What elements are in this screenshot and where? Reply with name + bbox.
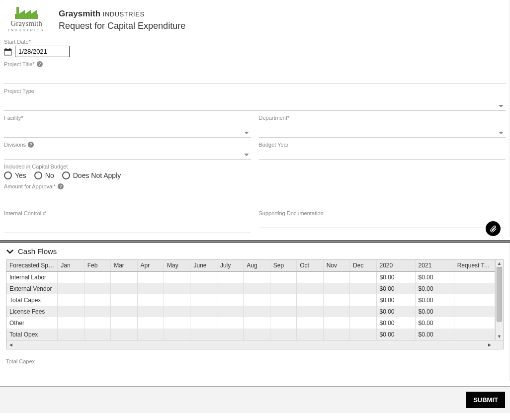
year2-cell[interactable]: $0.00	[415, 317, 454, 329]
year1-cell[interactable]: $0.00	[376, 317, 415, 329]
month-cell[interactable]	[244, 283, 270, 294]
month-cell[interactable]	[137, 329, 164, 340]
year1-cell[interactable]: $0.00	[376, 283, 415, 294]
month-cell[interactable]	[111, 317, 137, 329]
month-cell[interactable]	[297, 294, 323, 306]
divisions-select[interactable]	[4, 148, 251, 160]
month-cell[interactable]	[350, 317, 376, 329]
month-cell[interactable]	[270, 329, 296, 340]
month-cell[interactable]	[190, 294, 217, 306]
request-total-cell[interactable]	[454, 283, 495, 294]
month-cell[interactable]	[58, 317, 84, 329]
month-cell[interactable]	[164, 283, 190, 294]
month-cell[interactable]	[350, 329, 376, 340]
month-cell[interactable]	[137, 294, 164, 306]
radio-na[interactable]: Does Not Apply	[62, 171, 121, 179]
request-total-cell[interactable]	[454, 317, 495, 329]
month-cell[interactable]	[244, 294, 270, 306]
month-cell[interactable]	[58, 283, 84, 294]
col-month[interactable]: Jan	[58, 260, 84, 271]
month-cell[interactable]	[190, 317, 217, 329]
col-year1[interactable]: 2020	[376, 260, 415, 271]
col-month[interactable]: Oct	[297, 260, 323, 271]
month-cell[interactable]	[323, 317, 349, 329]
total-capex-input[interactable]	[6, 364, 504, 381]
row-label[interactable]: Total Opex	[6, 329, 58, 340]
month-cell[interactable]	[323, 271, 349, 283]
month-cell[interactable]	[137, 306, 164, 317]
month-cell[interactable]	[84, 294, 110, 306]
help-icon[interactable]: ?	[37, 61, 43, 67]
row-label[interactable]: Internal Labor	[6, 271, 58, 283]
amount-approval-input[interactable]	[4, 189, 506, 206]
cash-flows-header[interactable]: Cash Flows	[4, 243, 506, 259]
month-cell[interactable]	[137, 283, 164, 294]
month-cell[interactable]	[323, 329, 349, 340]
start-date-input[interactable]	[15, 46, 70, 57]
radio-no[interactable]: No	[34, 171, 54, 179]
month-cell[interactable]	[217, 306, 243, 317]
col-month[interactable]: Apr	[137, 260, 164, 271]
scroll-thumb[interactable]	[497, 267, 502, 322]
row-label[interactable]: Total Capex	[6, 294, 58, 306]
month-cell[interactable]	[111, 294, 137, 306]
year1-cell[interactable]: $0.00	[376, 271, 415, 283]
month-cell[interactable]	[84, 271, 110, 283]
month-cell[interactable]	[164, 317, 190, 329]
month-cell[interactable]	[84, 306, 110, 317]
calendar-icon[interactable]	[4, 48, 12, 56]
col-month[interactable]: Mar	[111, 260, 137, 271]
month-cell[interactable]	[164, 306, 190, 317]
project-title-input[interactable]	[4, 67, 506, 84]
horizontal-scrollbar[interactable]: ◄ ►	[6, 340, 503, 349]
request-total-cell[interactable]	[454, 271, 495, 283]
supporting-doc-input[interactable]	[259, 216, 506, 228]
month-cell[interactable]	[217, 329, 243, 340]
month-cell[interactable]	[297, 283, 323, 294]
department-select[interactable]	[259, 121, 506, 138]
month-cell[interactable]	[244, 306, 270, 317]
month-cell[interactable]	[84, 283, 110, 294]
month-cell[interactable]	[270, 271, 296, 283]
year1-cell[interactable]: $0.00	[376, 306, 415, 317]
attach-button[interactable]	[486, 221, 501, 236]
month-cell[interactable]	[217, 317, 243, 329]
submit-button[interactable]: SUBMIT	[466, 392, 505, 408]
month-cell[interactable]	[244, 317, 270, 329]
month-cell[interactable]	[164, 271, 190, 283]
help-icon[interactable]: ?	[58, 183, 64, 189]
year2-cell[interactable]: $0.00	[415, 271, 454, 283]
month-cell[interactable]	[350, 294, 376, 306]
month-cell[interactable]	[297, 271, 323, 283]
month-cell[interactable]	[297, 317, 323, 329]
month-cell[interactable]	[111, 271, 137, 283]
month-cell[interactable]	[244, 271, 270, 283]
month-cell[interactable]	[58, 329, 84, 340]
month-cell[interactable]	[164, 329, 190, 340]
month-cell[interactable]	[58, 306, 84, 317]
month-cell[interactable]	[350, 271, 376, 283]
month-cell[interactable]	[217, 271, 243, 283]
month-cell[interactable]	[190, 306, 217, 317]
request-total-cell[interactable]	[454, 306, 495, 317]
month-cell[interactable]	[111, 329, 137, 340]
col-month[interactable]: May	[164, 260, 190, 271]
col-month[interactable]: Nov	[323, 260, 349, 271]
col-request-total[interactable]: Request To…	[454, 260, 495, 271]
col-month[interactable]: Dec	[350, 260, 376, 271]
month-cell[interactable]	[217, 294, 243, 306]
month-cell[interactable]	[270, 317, 296, 329]
col-month[interactable]: July	[217, 260, 243, 271]
col-forecasted[interactable]: Forecasted Spe…	[6, 260, 58, 271]
month-cell[interactable]	[350, 283, 376, 294]
year1-cell[interactable]: $0.00	[376, 294, 415, 306]
col-year2[interactable]: 2021	[415, 260, 454, 271]
request-total-cell[interactable]	[454, 294, 495, 306]
month-cell[interactable]	[244, 329, 270, 340]
col-month[interactable]: June	[190, 260, 217, 271]
month-cell[interactable]	[270, 306, 296, 317]
col-month[interactable]: Aug	[244, 260, 270, 271]
project-type-select[interactable]	[4, 94, 506, 111]
month-cell[interactable]	[323, 283, 349, 294]
month-cell[interactable]	[323, 294, 349, 306]
